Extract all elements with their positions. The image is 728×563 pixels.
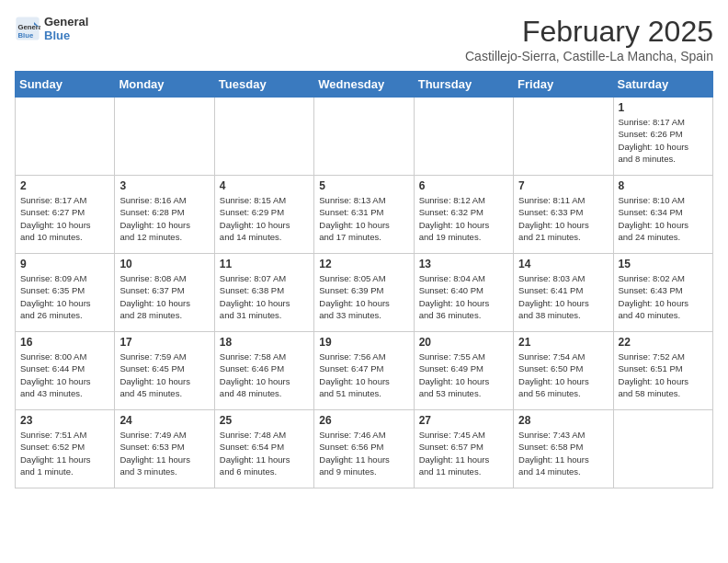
calendar-cell: 11Sunrise: 8:07 AM Sunset: 6:38 PM Dayli…	[214, 254, 313, 332]
day-info: Sunrise: 8:09 AM Sunset: 6:35 PM Dayligh…	[20, 272, 109, 321]
location-subtitle: Castillejo-Sierra, Castille-La Mancha, S…	[465, 49, 713, 63]
day-info: Sunrise: 8:17 AM Sunset: 6:27 PM Dayligh…	[20, 194, 109, 243]
calendar-cell: 24Sunrise: 7:49 AM Sunset: 6:53 PM Dayli…	[115, 410, 214, 488]
day-number: 7	[518, 179, 608, 192]
day-number: 23	[20, 414, 109, 427]
calendar-cell: 1Sunrise: 8:17 AM Sunset: 6:26 PM Daylig…	[613, 98, 712, 176]
day-info: Sunrise: 8:15 AM Sunset: 6:29 PM Dayligh…	[220, 194, 309, 243]
day-info: Sunrise: 8:05 AM Sunset: 6:39 PM Dayligh…	[319, 272, 408, 321]
calendar-cell: 2Sunrise: 8:17 AM Sunset: 6:27 PM Daylig…	[16, 176, 115, 254]
calendar-cell: 20Sunrise: 7:55 AM Sunset: 6:49 PM Dayli…	[414, 332, 513, 410]
day-info: Sunrise: 7:51 AM Sunset: 6:52 PM Dayligh…	[20, 429, 109, 477]
day-number: 22	[619, 336, 708, 349]
day-number: 4	[220, 179, 309, 192]
calendar-cell: 4Sunrise: 8:15 AM Sunset: 6:29 PM Daylig…	[214, 176, 313, 254]
weekday-header-sunday: Sunday	[16, 72, 115, 98]
calendar-table: SundayMondayTuesdayWednesdayThursdayFrid…	[15, 71, 713, 488]
calendar-cell: 7Sunrise: 8:11 AM Sunset: 6:33 PM Daylig…	[514, 176, 613, 254]
day-info: Sunrise: 8:00 AM Sunset: 6:44 PM Dayligh…	[20, 350, 109, 399]
day-info: Sunrise: 8:16 AM Sunset: 6:28 PM Dayligh…	[119, 194, 209, 243]
calendar-cell: 15Sunrise: 8:02 AM Sunset: 6:43 PM Dayli…	[613, 254, 712, 332]
day-number: 3	[119, 179, 209, 192]
svg-text:Blue: Blue	[18, 31, 34, 40]
calendar-week-3: 9Sunrise: 8:09 AM Sunset: 6:35 PM Daylig…	[16, 254, 713, 332]
day-number: 25	[220, 414, 309, 427]
day-info: Sunrise: 7:54 AM Sunset: 6:50 PM Dayligh…	[518, 350, 608, 399]
day-info: Sunrise: 7:59 AM Sunset: 6:45 PM Dayligh…	[119, 350, 209, 399]
weekday-header-saturday: Saturday	[613, 72, 712, 98]
calendar-week-4: 16Sunrise: 8:00 AM Sunset: 6:44 PM Dayli…	[16, 332, 713, 410]
day-number: 11	[220, 258, 309, 270]
day-number: 10	[119, 258, 209, 270]
day-number: 28	[518, 414, 608, 427]
day-info: Sunrise: 7:49 AM Sunset: 6:53 PM Dayligh…	[119, 429, 209, 477]
calendar-cell	[314, 98, 414, 176]
calendar-cell	[414, 98, 513, 176]
month-title: February 2025	[465, 15, 713, 49]
day-info: Sunrise: 8:02 AM Sunset: 6:43 PM Dayligh…	[619, 272, 708, 321]
calendar-cell: 21Sunrise: 7:54 AM Sunset: 6:50 PM Dayli…	[514, 332, 613, 410]
day-number: 19	[319, 336, 408, 349]
day-info: Sunrise: 7:56 AM Sunset: 6:47 PM Dayligh…	[319, 350, 408, 399]
calendar-cell: 8Sunrise: 8:10 AM Sunset: 6:34 PM Daylig…	[613, 176, 712, 254]
day-number: 1	[619, 101, 708, 114]
day-number: 24	[119, 414, 209, 427]
calendar-cell: 5Sunrise: 8:13 AM Sunset: 6:31 PM Daylig…	[314, 176, 414, 254]
day-info: Sunrise: 8:10 AM Sunset: 6:34 PM Dayligh…	[619, 194, 708, 243]
calendar-cell: 25Sunrise: 7:48 AM Sunset: 6:54 PM Dayli…	[214, 410, 313, 488]
calendar-cell: 10Sunrise: 8:08 AM Sunset: 6:37 PM Dayli…	[115, 254, 214, 332]
svg-text:General: General	[18, 23, 41, 31]
logo: General Blue General Blue	[15, 15, 88, 42]
calendar-cell: 16Sunrise: 8:00 AM Sunset: 6:44 PM Dayli…	[16, 332, 115, 410]
calendar-week-5: 23Sunrise: 7:51 AM Sunset: 6:52 PM Dayli…	[16, 410, 713, 488]
day-info: Sunrise: 7:58 AM Sunset: 6:46 PM Dayligh…	[220, 350, 309, 399]
calendar-cell: 17Sunrise: 7:59 AM Sunset: 6:45 PM Dayli…	[115, 332, 214, 410]
calendar-cell	[514, 98, 613, 176]
day-number: 2	[20, 179, 109, 192]
day-number: 8	[619, 179, 708, 192]
day-number: 26	[319, 414, 408, 427]
logo-text-blue: Blue	[44, 29, 88, 42]
calendar-cell: 27Sunrise: 7:45 AM Sunset: 6:57 PM Dayli…	[414, 410, 513, 488]
day-info: Sunrise: 8:11 AM Sunset: 6:33 PM Dayligh…	[518, 194, 608, 243]
day-number: 15	[619, 258, 708, 270]
day-number: 27	[419, 414, 508, 427]
day-info: Sunrise: 8:07 AM Sunset: 6:38 PM Dayligh…	[220, 272, 309, 321]
weekday-header-monday: Monday	[115, 72, 214, 98]
day-info: Sunrise: 8:12 AM Sunset: 6:32 PM Dayligh…	[419, 194, 508, 243]
day-info: Sunrise: 7:48 AM Sunset: 6:54 PM Dayligh…	[220, 429, 309, 477]
calendar-cell: 19Sunrise: 7:56 AM Sunset: 6:47 PM Dayli…	[314, 332, 414, 410]
calendar-cell: 18Sunrise: 7:58 AM Sunset: 6:46 PM Dayli…	[214, 332, 313, 410]
calendar-cell	[214, 98, 313, 176]
weekday-header-friday: Friday	[514, 72, 613, 98]
logo-text-general: General	[44, 15, 88, 29]
logo-icon: General Blue	[15, 16, 40, 41]
day-info: Sunrise: 8:03 AM Sunset: 6:41 PM Dayligh…	[518, 272, 608, 321]
title-block: February 2025 Castillejo-Sierra, Castill…	[465, 15, 713, 63]
calendar-cell: 9Sunrise: 8:09 AM Sunset: 6:35 PM Daylig…	[16, 254, 115, 332]
calendar-cell: 28Sunrise: 7:43 AM Sunset: 6:58 PM Dayli…	[514, 410, 613, 488]
calendar-week-1: 1Sunrise: 8:17 AM Sunset: 6:26 PM Daylig…	[16, 98, 713, 176]
calendar-week-2: 2Sunrise: 8:17 AM Sunset: 6:27 PM Daylig…	[16, 176, 713, 254]
calendar-cell: 6Sunrise: 8:12 AM Sunset: 6:32 PM Daylig…	[414, 176, 513, 254]
day-number: 20	[419, 336, 508, 349]
day-number: 18	[220, 336, 309, 349]
page-header: General Blue General Blue February 2025 …	[15, 15, 713, 63]
day-info: Sunrise: 8:17 AM Sunset: 6:26 PM Dayligh…	[619, 116, 708, 165]
calendar-cell: 12Sunrise: 8:05 AM Sunset: 6:39 PM Dayli…	[314, 254, 414, 332]
calendar-cell: 26Sunrise: 7:46 AM Sunset: 6:56 PM Dayli…	[314, 410, 414, 488]
day-number: 12	[319, 258, 408, 270]
weekday-header-thursday: Thursday	[414, 72, 513, 98]
day-info: Sunrise: 8:13 AM Sunset: 6:31 PM Dayligh…	[319, 194, 408, 243]
weekday-header-tuesday: Tuesday	[214, 72, 313, 98]
day-info: Sunrise: 7:43 AM Sunset: 6:58 PM Dayligh…	[518, 429, 608, 477]
calendar-cell: 22Sunrise: 7:52 AM Sunset: 6:51 PM Dayli…	[613, 332, 712, 410]
calendar-cell: 13Sunrise: 8:04 AM Sunset: 6:40 PM Dayli…	[414, 254, 513, 332]
day-info: Sunrise: 7:55 AM Sunset: 6:49 PM Dayligh…	[419, 350, 508, 399]
calendar-cell	[16, 98, 115, 176]
day-number: 9	[20, 258, 109, 270]
day-number: 17	[119, 336, 209, 349]
day-info: Sunrise: 7:46 AM Sunset: 6:56 PM Dayligh…	[319, 429, 408, 477]
day-info: Sunrise: 7:52 AM Sunset: 6:51 PM Dayligh…	[619, 350, 708, 399]
calendar-cell: 3Sunrise: 8:16 AM Sunset: 6:28 PM Daylig…	[115, 176, 214, 254]
